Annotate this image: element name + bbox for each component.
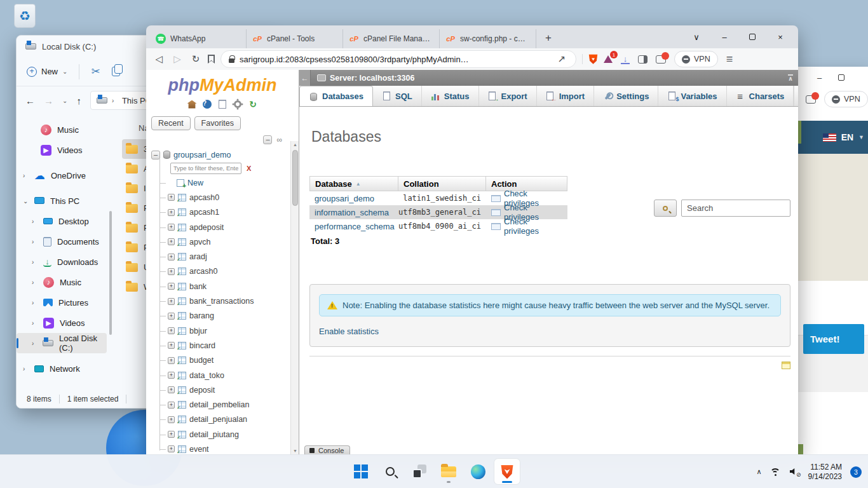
menu-icon[interactable]: ≡ bbox=[726, 53, 733, 66]
tree-table-row[interactable]: + barang bbox=[151, 309, 299, 323]
pma-tab[interactable]: Databases bbox=[299, 86, 373, 106]
expand-icon[interactable]: + bbox=[168, 238, 175, 245]
chevron-right-icon[interactable]: › bbox=[32, 320, 37, 327]
sidebar-item-videos2[interactable]: › ▶ Videos bbox=[17, 313, 113, 333]
chevron-right-icon[interactable]: › bbox=[32, 218, 37, 225]
home-icon[interactable] bbox=[187, 99, 197, 109]
more-tabs-icon[interactable]: ▼ bbox=[794, 86, 798, 106]
expand-icon[interactable]: + bbox=[168, 386, 175, 393]
expand-icon[interactable]: + bbox=[168, 254, 175, 261]
language-selector[interactable]: EN bbox=[841, 132, 853, 142]
sidebar-item-videos[interactable]: ▶ Videos bbox=[17, 140, 113, 160]
sidebar-scrollbar[interactable] bbox=[109, 211, 112, 335]
pma-tab[interactable]: ≡ Charsets bbox=[727, 86, 794, 106]
expand-icon[interactable]: + bbox=[168, 402, 175, 409]
database-link[interactable]: information_schema bbox=[315, 208, 389, 217]
new-tab-button[interactable]: + bbox=[540, 30, 557, 46]
url-text[interactable]: sarigroup.id:2083/cpsess0258109800/3rdpa… bbox=[240, 55, 550, 64]
expand-icon[interactable]: ∧ bbox=[788, 74, 793, 81]
tree-database-name[interactable]: groupsari_demo bbox=[173, 151, 231, 159]
browser-tab[interactable]: ☎ WhatsApp × bbox=[150, 29, 247, 48]
pma-tab[interactable]: $ Variables bbox=[658, 86, 726, 106]
tree-table-row[interactable]: + apcash0 bbox=[151, 190, 299, 205]
chevron-right-icon[interactable]: › bbox=[32, 279, 37, 286]
share-icon[interactable]: ↗ bbox=[555, 53, 568, 65]
pma-tab[interactable]: SQL bbox=[373, 86, 422, 106]
pma-tab[interactable]: Settings bbox=[594, 86, 658, 106]
sidebar-item-network[interactable]: › Network bbox=[17, 358, 113, 379]
hidden-icons-chevron[interactable]: ∧ bbox=[757, 468, 762, 476]
new-button[interactable]: + New ⌄ bbox=[27, 67, 67, 77]
sidebar-item-music2[interactable]: › ♪ Music bbox=[17, 272, 113, 292]
browser-tab[interactable]: cP cPanel File Manager v × bbox=[343, 29, 440, 48]
reader-mode-icon[interactable] bbox=[656, 55, 666, 64]
docs-icon[interactable] bbox=[217, 99, 227, 109]
expand-icon[interactable]: + bbox=[168, 313, 175, 320]
cut-icon[interactable]: ✂ bbox=[91, 65, 100, 78]
maximize-icon[interactable] bbox=[738, 25, 766, 48]
tree-table-row[interactable]: + bank_transactions bbox=[151, 294, 299, 308]
tree-table-row[interactable]: + detail_piutang bbox=[151, 427, 299, 442]
minimize-icon[interactable]: – bbox=[817, 73, 822, 83]
column-header-database[interactable]: Database▲ bbox=[309, 176, 398, 191]
sidebar-item-downloads[interactable]: › ↓ Downloads bbox=[17, 252, 113, 272]
tree-table-row[interactable]: + bbjur bbox=[151, 323, 299, 338]
close-icon[interactable]: × bbox=[766, 25, 794, 48]
chevron-right-icon[interactable]: › bbox=[32, 238, 37, 245]
chevron-right-icon[interactable]: › bbox=[23, 365, 29, 372]
recycle-bin-icon[interactable]: ♻ bbox=[14, 4, 36, 28]
tree-table-row[interactable]: + arcash0 bbox=[151, 264, 299, 279]
pma-console-tab[interactable]: Console bbox=[304, 445, 350, 454]
task-view-button[interactable] bbox=[407, 459, 432, 484]
expand-icon[interactable]: + bbox=[168, 283, 175, 290]
maximize-icon[interactable] bbox=[838, 74, 844, 81]
expand-icon[interactable]: + bbox=[168, 298, 175, 305]
sidebar-item-music[interactable]: ♪ Music bbox=[17, 119, 113, 140]
reload-icon[interactable]: ↻ bbox=[189, 53, 202, 65]
reader-mode-icon[interactable] bbox=[806, 95, 816, 104]
edge-taskbar-icon[interactable] bbox=[465, 459, 491, 484]
expand-icon[interactable]: + bbox=[168, 268, 175, 275]
enable-statistics-link[interactable]: Enable statistics bbox=[319, 327, 379, 336]
tree-table-row[interactable]: + bank bbox=[151, 279, 299, 294]
sidebar-item-this-pc[interactable]: ⌄ This PC bbox=[17, 191, 113, 211]
chevron-right-icon[interactable]: › bbox=[32, 259, 37, 266]
scrollbar-thumb[interactable] bbox=[292, 150, 298, 206]
scroll-up-icon[interactable]: ▲ bbox=[293, 142, 297, 147]
expand-icon[interactable]: + bbox=[168, 209, 175, 216]
vpn-button[interactable]: VPN bbox=[674, 51, 718, 67]
panel-collapse-icon[interactable]: ← bbox=[299, 70, 311, 86]
pma-tree-scrollbar[interactable]: ▲ ▼ bbox=[290, 141, 299, 454]
sidebar-item-desktop[interactable]: › Desktop bbox=[17, 211, 113, 231]
expand-icon[interactable]: + bbox=[168, 431, 175, 438]
tree-table-row[interactable]: + apvch bbox=[151, 234, 299, 249]
browser-tab[interactable]: cP cPanel - Tools × bbox=[247, 29, 343, 48]
clear-filter-icon[interactable]: X bbox=[247, 165, 251, 172]
address-bar[interactable]: sarigroup.id:2083/cpsess0258109800/3rdpa… bbox=[220, 50, 576, 68]
side-panel-icon[interactable] bbox=[638, 55, 648, 64]
expand-icon[interactable]: + bbox=[168, 416, 175, 423]
downloads-icon[interactable]: ↓ bbox=[621, 54, 630, 64]
tree-table-row[interactable]: + budget bbox=[151, 353, 299, 368]
tree-database-row[interactable]: – groupsari_demo bbox=[151, 148, 299, 161]
database-link[interactable]: groupsari_demo bbox=[315, 194, 374, 203]
wifi-icon[interactable] bbox=[770, 468, 782, 477]
extension-triangle-icon[interactable]: 1 bbox=[604, 55, 613, 63]
tree-table-row[interactable]: + apcash1 bbox=[151, 205, 299, 220]
expand-icon[interactable]: + bbox=[168, 445, 175, 452]
tree-table-row[interactable]: + detail_pembelian bbox=[151, 397, 299, 412]
sidebar-item-documents[interactable]: › Documents bbox=[17, 231, 113, 252]
forward-icon[interactable]: → bbox=[44, 95, 53, 106]
expand-icon[interactable]: + bbox=[168, 194, 175, 201]
pma-tab[interactable]: ← Import bbox=[537, 86, 594, 106]
tree-table-row[interactable]: + deposit bbox=[151, 383, 299, 397]
tree-table-row[interactable]: + detail_penjualan bbox=[151, 412, 299, 427]
brave-shields-icon[interactable] bbox=[588, 54, 598, 65]
chevron-down-icon[interactable]: ⌄ bbox=[23, 198, 29, 205]
back-icon[interactable]: ← bbox=[25, 95, 35, 106]
vpn-button[interactable]: VPN bbox=[824, 91, 868, 107]
pma-tab[interactable]: → Export bbox=[479, 86, 537, 106]
expand-icon[interactable]: + bbox=[168, 327, 175, 334]
sidebar-item-local-disk[interactable]: › Local Disk (C:) bbox=[17, 333, 107, 353]
search-button[interactable] bbox=[654, 200, 677, 217]
